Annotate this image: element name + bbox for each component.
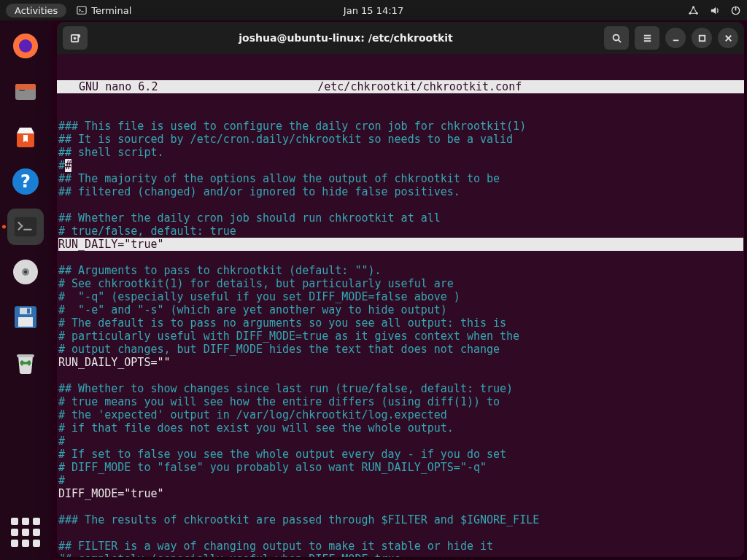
nano-editor-body[interactable]: ### This file is used to configure the d… <box>57 120 744 557</box>
editor-line[interactable]: # DIFF_MODE to "false" you probably also… <box>58 461 744 474</box>
dock-software[interactable] <box>7 118 44 155</box>
svg-rect-19 <box>18 317 33 327</box>
editor-line[interactable] <box>58 500 744 513</box>
search-icon <box>611 33 622 44</box>
focused-app-indicator[interactable]: Terminal <box>77 5 131 16</box>
editor-line[interactable]: # See chkrootkit(1) for details, but par… <box>58 277 744 290</box>
editor-line[interactable]: RUN_DAILY="true" <box>58 238 744 251</box>
dock-files[interactable] <box>7 73 44 109</box>
svg-text:?: ? <box>20 171 31 192</box>
editor-line[interactable]: ## shell script. <box>58 146 744 159</box>
editor-line[interactable] <box>58 369 744 382</box>
new-tab-button[interactable] <box>63 26 88 50</box>
svg-rect-9 <box>15 84 36 90</box>
editor-line[interactable] <box>58 198 744 211</box>
hamburger-icon <box>642 33 653 44</box>
power-icon[interactable] <box>730 5 741 16</box>
editor-line[interactable]: ## completely (especially useful when DI… <box>58 553 744 557</box>
hamburger-menu-button[interactable] <box>635 26 659 50</box>
editor-line[interactable]: # <box>58 435 744 448</box>
editor-line[interactable]: ## filtered (changed) and/or ignored to … <box>58 185 744 198</box>
dock-terminal[interactable] <box>7 209 44 245</box>
editor-line[interactable]: ## Whether to show changes since last ru… <box>58 382 744 395</box>
dock-disc[interactable] <box>7 254 44 290</box>
volume-icon[interactable] <box>709 5 720 16</box>
editor-line[interactable]: # <box>58 474 744 487</box>
editor-line[interactable]: # particularly useful with DIFF_MODE=tru… <box>58 330 744 343</box>
terminal-icon <box>77 5 87 15</box>
maximize-icon <box>697 33 708 44</box>
svg-rect-21 <box>27 308 30 314</box>
window-titlebar: joshua@ubuntu-linux: /etc/chkrootkit <box>57 22 744 54</box>
close-button[interactable] <box>718 28 738 48</box>
editor-line[interactable]: ## Whether the daily cron job should run… <box>58 211 744 225</box>
editor-line[interactable]: # "-q" (especially useful if you set DIF… <box>58 290 744 303</box>
gnome-top-panel: Activities Terminal Jan 15 14:17 <box>0 0 747 20</box>
svg-rect-10 <box>19 90 25 91</box>
minimize-icon <box>670 33 681 44</box>
editor-line[interactable]: ### The results of chkrootkit are passed… <box>58 513 744 526</box>
dock: ? <box>0 20 51 560</box>
close-icon <box>723 33 734 44</box>
svg-rect-34 <box>699 35 705 41</box>
editor-line[interactable]: # output changes, but DIFF_MODE hides th… <box>58 343 744 356</box>
editor-line[interactable]: ## <box>58 159 744 172</box>
svg-rect-13 <box>15 217 36 237</box>
editor-line[interactable]: DIFF_MODE="true" <box>58 487 744 500</box>
editor-line[interactable]: # "-e" and "-s" (which are yet another w… <box>58 303 744 316</box>
minimize-button[interactable] <box>665 28 686 48</box>
editor-line[interactable]: RUN_DAILY_OPTS="" <box>58 356 744 369</box>
maximize-button[interactable] <box>692 28 712 48</box>
editor-line[interactable]: ## It is sourced by /etc/cron.daily/chkr… <box>58 133 744 146</box>
editor-line[interactable]: ## FILTER is a way of changing output to… <box>58 540 744 553</box>
window-title: joshua@ubuntu-linux: /etc/chkrootkit <box>92 32 600 44</box>
nano-titlebar: GNU nano 6.2 /etc/chkrootkit/chkrootkit.… <box>57 80 744 93</box>
svg-rect-22 <box>17 354 34 357</box>
show-applications-button[interactable] <box>11 518 40 547</box>
nano-file-path: /etc/chkrootkit/chkrootkit.conf <box>163 80 676 93</box>
svg-rect-0 <box>77 7 86 15</box>
dock-firefox[interactable] <box>7 28 44 64</box>
terminal-window: joshua@ubuntu-linux: /etc/chkrootkit GNU… <box>57 22 744 557</box>
dock-save[interactable] <box>7 299 44 335</box>
svg-line-29 <box>618 39 621 42</box>
editor-line[interactable]: # if that file does not exist you will s… <box>58 421 744 435</box>
network-icon[interactable] <box>688 5 699 16</box>
editor-line[interactable]: # true/false, default: true <box>58 225 744 238</box>
svg-point-17 <box>24 271 27 273</box>
clock[interactable]: Jan 15 14:17 <box>344 5 403 16</box>
focused-app-name: Terminal <box>91 5 131 16</box>
editor-line[interactable] <box>58 251 744 264</box>
editor-line[interactable]: # true means you will see how the entire… <box>58 395 744 408</box>
svg-point-7 <box>19 39 32 52</box>
editor-line[interactable] <box>58 526 744 540</box>
editor-line[interactable]: ### This file is used to configure the d… <box>58 120 744 133</box>
editor-line[interactable]: # If set to false you see the whole outp… <box>58 448 744 461</box>
dock-trash[interactable] <box>7 344 44 381</box>
editor-line[interactable]: # the 'expected' output in /var/log/chkr… <box>58 408 744 421</box>
editor-line[interactable]: ## Arguments to pass to chkrootkit (defa… <box>58 264 744 277</box>
editor-line[interactable]: ## The majority of the options allow the… <box>58 172 744 185</box>
svg-point-28 <box>613 34 619 40</box>
search-button[interactable] <box>604 26 629 50</box>
nano-app-label: GNU nano 6.2 <box>60 80 163 93</box>
terminal-content[interactable]: GNU nano 6.2 /etc/chkrootkit/chkrootkit.… <box>57 54 744 557</box>
editor-line[interactable]: # The default is to pass no arguments so… <box>58 316 744 330</box>
activities-button[interactable]: Activities <box>6 4 66 18</box>
dock-help[interactable]: ? <box>7 163 44 200</box>
